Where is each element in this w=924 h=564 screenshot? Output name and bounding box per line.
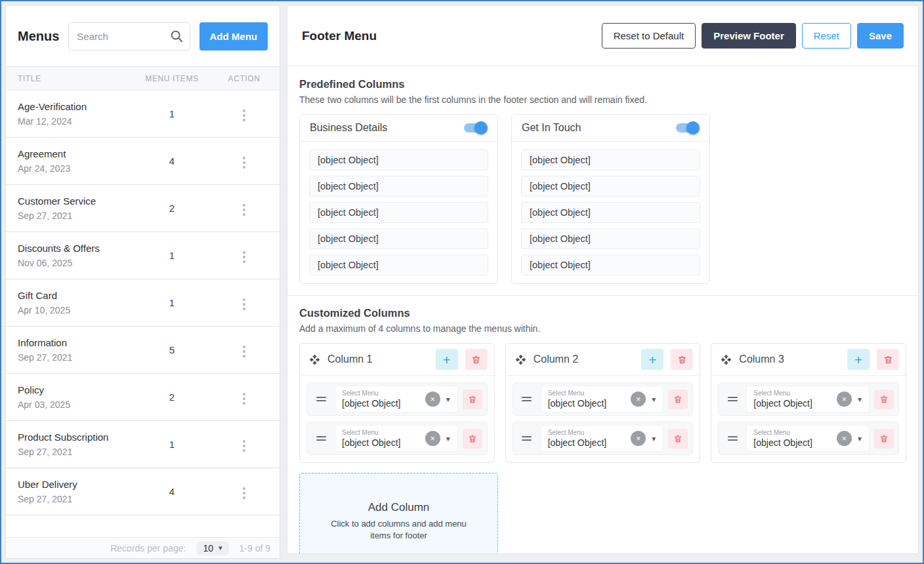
search-icon[interactable] [169,29,184,46]
row-actions-kebab-button[interactable] [236,294,252,314]
add-menu-button[interactable]: Add Menu [200,22,268,50]
column-enabled-toggle[interactable] [676,123,698,132]
dropdown-caret-icon[interactable]: ▾ [652,434,656,443]
menu-title: Agreement [18,148,135,159]
dropdown-caret-icon[interactable]: ▾ [858,395,862,404]
move-column-icon[interactable] [721,354,732,365]
menu-select[interactable]: Select Menu [object Object] × ▾ [541,386,664,413]
predefined-items-list: [object Object] [object Object] [object … [512,142,709,283]
customized-column-card: Column 1 + [299,343,495,463]
menu-select[interactable]: Select Menu [object Object] × ▾ [335,425,458,452]
action-cell [209,292,280,314]
delete-column-button[interactable] [877,349,899,370]
menus-sidebar: Menus Add Menu TITLE MENU ITEMS ACTION [5,5,280,559]
menu-title: Policy [18,384,135,395]
dropdown-caret-icon[interactable]: ▾ [446,434,450,443]
column-rows: Select Menu [object Object] × ▾ [711,376,906,462]
select-label: Select Menu [342,429,425,436]
menu-select[interactable]: Select Menu [object Object] × ▾ [335,386,458,413]
row-actions-kebab-button[interactable] [236,247,252,267]
delete-menu-item-button[interactable] [463,429,482,449]
menu-title-cell: Policy Apr 03, 2025 [18,384,135,410]
row-actions-kebab-button[interactable] [236,389,252,409]
menu-title-cell: Uber Delivery Sep 27, 2021 [18,479,135,504]
column-enabled-toggle[interactable] [464,123,486,132]
clear-selection-button[interactable]: × [631,392,646,407]
column-title: Column 2 [534,353,635,365]
delete-column-button[interactable] [671,349,693,370]
menu-title: Customer Service [18,195,135,207]
clear-selection-button[interactable]: × [631,431,646,446]
delete-menu-item-button[interactable] [463,390,482,409]
selected-menu-value: [object Object] [753,398,837,409]
page-size-caret-icon: ▾ [219,544,222,552]
row-actions-kebab-button[interactable] [236,342,252,361]
add-menu-item-button[interactable]: + [436,349,458,370]
menu-title: Gift Card [18,290,135,301]
select-text: Select Menu [object Object] [342,429,425,448]
drag-handle[interactable] [513,436,541,441]
action-cell [209,150,280,172]
clear-selection-button[interactable]: × [837,431,852,446]
delete-menu-item-button[interactable] [874,390,894,409]
row-actions-kebab-button[interactable] [236,436,252,456]
clear-selection-button[interactable]: × [425,431,440,446]
customized-cards: Column 1 + [299,343,906,463]
menu-date: Sep 27, 2021 [18,494,135,504]
predefined-item: [object Object] [309,254,488,275]
row-actions-kebab-button[interactable] [236,483,252,503]
dropdown-caret-icon[interactable]: ▾ [446,395,450,404]
select-text: Select Menu [object Object] [342,390,425,409]
delete-menu-item-button[interactable] [874,429,894,449]
predefined-item: [object Object] [521,176,700,197]
clear-selection-button[interactable]: × [425,392,440,407]
menu-select[interactable]: Select Menu [object Object] × ▾ [746,386,870,413]
drag-handle[interactable] [719,436,746,441]
drag-handle[interactable] [513,397,541,401]
menu-item-row: Select Menu [object Object] × ▾ [718,382,899,416]
menu-select[interactable]: Select Menu [object Object] × ▾ [746,425,870,452]
table-row: Customer Service Sep 27, 2021 2 [6,185,280,232]
predefined-item: [object Object] [309,228,488,249]
sidebar-header: Menus Add Menu [6,6,280,66]
sidebar-title: Menus [18,29,59,44]
row-actions-kebab-button[interactable] [236,153,252,172]
menu-title: Product Subscription [18,432,135,443]
row-actions-kebab-button[interactable] [236,106,252,125]
predefined-column-card: Business Details [object Object] [object… [299,114,498,284]
delete-menu-item-button[interactable] [668,429,688,449]
menu-items-count: 1 [135,439,209,450]
menu-title-cell: Discounts & Offers Nov 06, 2025 [18,243,135,268]
menu-select[interactable]: Select Menu [object Object] × ▾ [541,425,664,452]
preview-footer-button[interactable]: Preview Footer [702,23,796,49]
menu-date: Sep 27, 2021 [18,447,135,457]
dropdown-caret-icon[interactable]: ▾ [858,434,862,443]
customized-section-subtitle: Add a maximum of 4 columns to manage the… [299,323,906,334]
select-text: Select Menu [object Object] [548,429,631,448]
move-column-icon[interactable] [515,354,526,365]
add-menu-item-button[interactable]: + [641,349,663,370]
page-size-select[interactable]: 10 ▾ [196,541,228,555]
customized-section-title: Customized Columns [299,307,906,319]
delete-menu-item-button[interactable] [668,390,688,409]
delete-column-button[interactable] [465,349,488,370]
reset-to-default-button[interactable]: Reset to Default [602,23,696,49]
drag-handle[interactable] [307,397,335,401]
drag-handle[interactable] [719,397,746,401]
add-menu-item-button[interactable]: + [847,349,870,370]
customized-card-header: Column 1 + [300,344,494,376]
predefined-item: [object Object] [521,254,700,275]
table-row: Age-Verification Mar 12, 2024 1 [6,91,280,138]
save-button[interactable]: Save [857,23,904,49]
menu-date: Mar 12, 2024 [18,116,135,127]
column-header-title: TITLE [18,74,135,83]
move-column-icon[interactable] [309,354,320,365]
add-column-box[interactable]: Add Column Click to add columns and add … [299,473,498,554]
row-actions-kebab-button[interactable] [236,200,252,220]
clear-selection-button[interactable]: × [837,392,852,407]
drag-handle[interactable] [307,436,335,441]
dropdown-caret-icon[interactable]: ▾ [652,395,656,404]
menu-item-row: Select Menu [object Object] × ▾ [513,382,694,416]
reset-button[interactable]: Reset [802,23,851,49]
select-label: Select Menu [548,390,631,397]
